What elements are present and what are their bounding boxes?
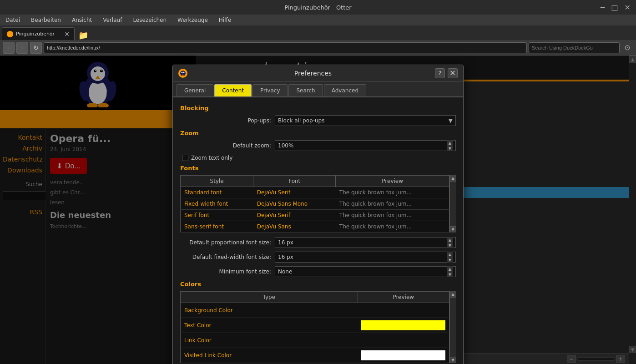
default-zoom-label: Default zoom:: [180, 142, 271, 149]
link-color-swatch: [361, 335, 445, 345]
color-type-text: Text Color: [181, 318, 358, 333]
fixed-font-spinner-arrows[interactable]: ▲ ▼: [447, 252, 453, 263]
font-style-standard: Standard font: [181, 187, 253, 198]
prop-font-spinner-arrows[interactable]: ▲ ▼: [447, 237, 453, 248]
tab-content[interactable]: Content: [214, 84, 252, 96]
menu-item-werkzeuge[interactable]: Werkzeuge: [176, 16, 210, 24]
tab-bar: Pinguinzubehör ✕ 📁: [0, 25, 636, 40]
zoom-text-checkbox[interactable]: [182, 155, 188, 161]
color-preview-link: [358, 333, 449, 348]
browser-tab-active[interactable]: Pinguinzubehör ✕: [2, 27, 75, 40]
dialog-help-btn[interactable]: ?: [435, 68, 445, 78]
window-controls[interactable]: ─ □ ✕: [601, 3, 631, 12]
font-row-standard[interactable]: Standard font DejaVu Serif The quick bro…: [181, 187, 449, 198]
fixed-font-size-row: Default fixed-width font size: 16 px ▲ ▼: [180, 252, 456, 263]
title-bar: Pinguinzubehör - Otter ─ □ ✕: [0, 0, 636, 15]
minimize-btn[interactable]: ─: [601, 3, 605, 12]
maximize-btn[interactable]: □: [611, 3, 618, 12]
fonts-scroll-up[interactable]: ▲: [450, 175, 456, 182]
bookmark-icon[interactable]: ⊙: [621, 42, 633, 54]
colors-table-scrollbar[interactable]: ▲ ▼: [449, 291, 456, 363]
reload-button[interactable]: ↻: [30, 42, 42, 54]
tab-search[interactable]: Search: [288, 84, 323, 96]
search-bar[interactable]: [529, 42, 620, 53]
color-row-background[interactable]: Background Color: [181, 303, 449, 318]
font-row-sans[interactable]: Sans-serif font DejaVu Sans The quick br…: [181, 221, 449, 233]
popup-select[interactable]: Block all pop-ups ▼: [275, 115, 456, 126]
close-btn[interactable]: ✕: [625, 3, 631, 12]
min-font-spinner-arrows[interactable]: ▲ ▼: [447, 266, 453, 277]
menu-item-lesezeichen[interactable]: Lesezeichen: [131, 16, 168, 24]
font-row-fixed[interactable]: Fixed-width font DejaVu Sans Mono The qu…: [181, 198, 449, 210]
menu-item-bearbeiten[interactable]: Bearbeiten: [29, 16, 63, 24]
svg-point-18: [183, 71, 185, 73]
font-name-fixed: DejaVu Sans Mono: [253, 198, 336, 210]
zoom-increment[interactable]: ▲: [447, 140, 453, 146]
colors-scroll-track[interactable]: [450, 298, 456, 357]
fonts-col-font: Font: [253, 176, 336, 187]
prop-font-down[interactable]: ▼: [447, 243, 453, 248]
prop-font-size-label: Default proportional font size:: [180, 239, 271, 246]
zoom-decrement[interactable]: ▼: [447, 146, 453, 151]
color-row-visited[interactable]: Visited Link Color: [181, 348, 449, 363]
font-name-standard: DejaVu Serif: [253, 187, 336, 198]
dialog-tabs: General Content Privacy Search Advanced: [173, 81, 463, 97]
tab-close-btn[interactable]: ✕: [64, 30, 70, 38]
dialog-app-icon: [178, 69, 187, 78]
prop-font-up[interactable]: ▲: [447, 237, 453, 243]
fixed-font-up[interactable]: ▲: [447, 252, 453, 257]
fixed-font-size-spinner[interactable]: 16 px ▲ ▼: [275, 252, 456, 263]
font-style-sans: Sans-serif font: [181, 221, 253, 233]
font-preview-fixed: The quick brown fox jum...: [336, 198, 449, 210]
font-name-serif: DejaVu Serif: [253, 210, 336, 221]
tab-privacy[interactable]: Privacy: [252, 84, 288, 96]
color-preview-text: [358, 318, 449, 333]
color-type-background: Background Color: [181, 303, 358, 318]
prop-font-size-value: 16 px: [278, 239, 293, 246]
menu-item-datei[interactable]: Datei: [4, 16, 22, 24]
font-preview-serif: The quick brown fox jum...: [336, 210, 449, 221]
fonts-table-container: Style Font Preview Standard font DejaVu …: [180, 175, 456, 233]
min-font-up[interactable]: ▲: [447, 266, 453, 272]
back-button[interactable]: ‹: [3, 42, 15, 54]
fixed-font-size-label: Default fixed-width font size:: [180, 254, 271, 260]
zoom-value: 100%: [278, 142, 293, 149]
font-preview-standard: The quick brown fox jum...: [336, 187, 449, 198]
colors-col-preview: Preview: [358, 292, 449, 303]
menu-item-hilfe[interactable]: Hilfe: [217, 16, 233, 24]
fonts-scroll-down[interactable]: ▼: [450, 226, 456, 233]
bookmark-folder-icon[interactable]: 📁: [78, 30, 88, 40]
tab-general[interactable]: General: [177, 84, 213, 96]
menu-item-verlauf[interactable]: Verlauf: [101, 16, 124, 24]
fonts-table-scrollbar[interactable]: ▲ ▼: [449, 175, 456, 233]
text-color-swatch: [361, 320, 445, 330]
popup-select-arrow: ▼: [449, 117, 453, 124]
colors-scroll-up[interactable]: ▲: [450, 291, 456, 298]
colors-scroll-down[interactable]: ▼: [450, 357, 456, 363]
min-font-size-spinner[interactable]: None ▲ ▼: [275, 266, 456, 277]
fonts-scroll-track[interactable]: [450, 182, 456, 226]
colors-table-container: Type Preview Background Color: [180, 291, 456, 363]
fixed-font-down[interactable]: ▼: [447, 257, 453, 263]
menu-item-ansicht[interactable]: Ansicht: [70, 16, 94, 24]
color-preview-visited: [358, 348, 449, 363]
zoom-spinner[interactable]: 100% ▲ ▼: [275, 140, 456, 151]
zoom-text-row: Zoom text only: [180, 155, 456, 161]
fonts-col-preview: Preview: [336, 176, 449, 187]
tab-advanced[interactable]: Advanced: [324, 84, 366, 96]
zoom-spinner-arrows[interactable]: ▲ ▼: [447, 140, 453, 151]
color-row-link[interactable]: Link Color: [181, 333, 449, 348]
fixed-font-size-value: 16 px: [278, 254, 293, 260]
fonts-table: Style Font Preview Standard font DejaVu …: [180, 175, 449, 233]
min-font-down[interactable]: ▼: [447, 272, 453, 277]
font-name-sans: DejaVu Sans: [253, 221, 336, 233]
dialog-close-btn[interactable]: ✕: [448, 68, 458, 78]
svg-point-17: [182, 71, 183, 73]
tab-label: Pinguinzubehör: [16, 31, 55, 37]
color-row-text[interactable]: Text Color: [181, 318, 449, 333]
forward-button[interactable]: ›: [16, 42, 28, 54]
min-font-size-row: Minimum font size: None ▲ ▼: [180, 266, 456, 277]
font-row-serif[interactable]: Serif font DejaVu Serif The quick brown …: [181, 210, 449, 221]
prop-font-size-spinner[interactable]: 16 px ▲ ▼: [275, 237, 456, 248]
address-bar[interactable]: [44, 42, 527, 53]
